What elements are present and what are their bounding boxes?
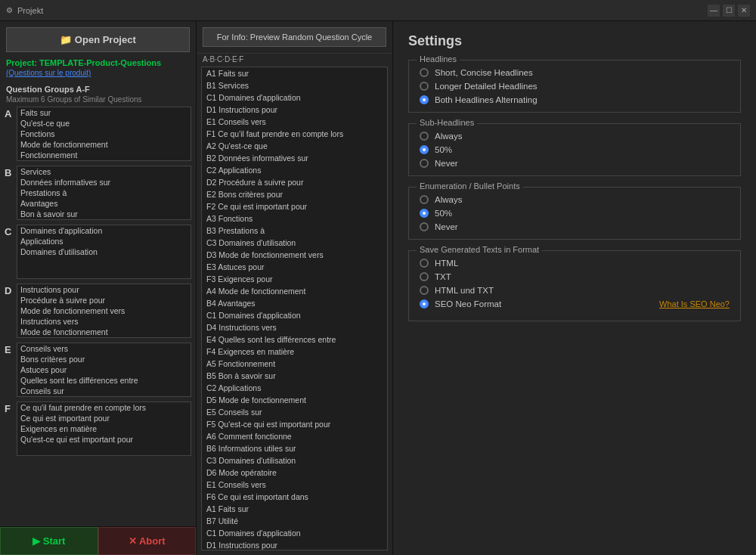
list-item[interactable]: A4 Mode de fonctionnement: [202, 285, 387, 297]
list-item[interactable]: Avantages: [17, 198, 191, 209]
list-item[interactable]: A1 Faits sur: [202, 67, 387, 79]
question-list[interactable]: A1 Faits surB1 ServicesC1 Domaines d'app…: [201, 67, 388, 550]
list-item[interactable]: F4 Exigences en matière: [202, 346, 387, 358]
group-label-e: E: [5, 343, 17, 397]
list-item[interactable]: B2 Données informatives sur: [202, 152, 387, 164]
list-item[interactable]: Fonctionnement: [17, 150, 191, 160]
radio-option-saveformat-1[interactable]: TXT: [420, 272, 730, 281]
list-item[interactable]: C1 Domaines d'application: [202, 309, 387, 321]
radio-option-saveformat-3[interactable]: SEO Neo FormatWhat Is SEO Neo?: [420, 299, 730, 309]
list-item[interactable]: A1 Faits sur: [202, 503, 387, 515]
list-item[interactable]: Fonctions: [17, 129, 191, 139]
list-item[interactable]: Prestations à: [17, 188, 191, 198]
list-item[interactable]: Domaines d'utilisation: [17, 246, 191, 257]
list-item[interactable]: Instructions vers: [17, 316, 191, 327]
radio-option-saveformat-2[interactable]: HTML und TXT: [420, 286, 730, 295]
left-panel: 📁 Open Project Project: TEMPLATE-Product…: [0, 21, 197, 555]
list-item[interactable]: Qu'est-ce qui est important pour: [17, 434, 191, 445]
group-list-f[interactable]: Ce qu'il faut prendre en compte lorsCe q…: [17, 402, 191, 456]
list-item[interactable]: Conseils sur: [17, 386, 191, 396]
radio-option-subheadlines-0[interactable]: Always: [420, 132, 730, 141]
group-label-c: C: [5, 225, 17, 279]
list-item[interactable]: D3 Mode de fonctionnement vers: [202, 249, 387, 261]
list-item[interactable]: D4 Instructions vers: [202, 321, 387, 333]
list-item[interactable]: F3 Exigences pour: [202, 273, 387, 285]
radio-option-enumeration-1[interactable]: 50%: [420, 209, 730, 218]
list-item[interactable]: A3 Fonctions: [202, 212, 387, 225]
list-item[interactable]: C1 Domaines d'application: [202, 91, 387, 104]
list-item[interactable]: A5 Fonctionnement: [202, 358, 387, 370]
list-item[interactable]: Quelles sont les différences entre: [17, 375, 191, 386]
list-item[interactable]: Bons critères pour: [17, 354, 191, 364]
preview-button[interactable]: For Info: Preview Random Question Cycle: [203, 27, 386, 47]
list-item[interactable]: Mode de fonctionnement: [17, 327, 191, 337]
close-button[interactable]: ✕: [738, 5, 750, 17]
list-item[interactable]: A6 Comment fonctionne: [202, 430, 387, 442]
open-project-button[interactable]: 📁 Open Project: [6, 27, 190, 52]
list-item[interactable]: Exigences en matière: [17, 423, 191, 434]
list-item[interactable]: E3 Astuces pour: [202, 261, 387, 273]
list-item[interactable]: E1 Conseils vers: [202, 479, 387, 491]
radio-option-subheadlines-1[interactable]: 50%: [420, 145, 730, 154]
radio-label: Longer Detailed Headlines: [435, 82, 538, 91]
list-item[interactable]: C1 Domaines d'application: [202, 527, 387, 539]
list-item[interactable]: F5 Qu'est-ce qui est important pour: [202, 418, 387, 430]
list-item[interactable]: Services: [17, 166, 191, 177]
project-subtitle[interactable]: (Questions sur le produit): [0, 69, 196, 82]
abort-button[interactable]: ✕ Abort: [98, 527, 197, 555]
list-item[interactable]: C3 Domaines d'utilisation: [202, 237, 387, 249]
list-item[interactable]: C2 Applications: [202, 382, 387, 394]
list-item[interactable]: Ce qui est important pour: [17, 413, 191, 423]
list-item[interactable]: E2 Bons critères pour: [202, 188, 387, 200]
radio-option-headlines-1[interactable]: Longer Detailed Headlines: [420, 82, 730, 91]
group-list-a[interactable]: Faits surQu'est-ce queFonctionsMode de f…: [17, 107, 191, 161]
list-item[interactable]: B7 Utilité: [202, 515, 387, 527]
list-item[interactable]: Instructions pour: [17, 284, 191, 295]
list-item[interactable]: Domaines d'application: [17, 225, 191, 236]
list-item[interactable]: E5 Conseils sur: [202, 406, 387, 418]
group-list-e[interactable]: Conseils versBons critères pourAstuces p…: [17, 343, 191, 397]
list-item[interactable]: Qu'est-ce que: [17, 118, 191, 129]
list-item[interactable]: Mode de fonctionnement: [17, 139, 191, 150]
list-item[interactable]: E4 Quelles sont les différences entre: [202, 333, 387, 346]
list-item[interactable]: D1 Instructions pour: [202, 539, 387, 550]
maximize-button[interactable]: ☐: [723, 5, 735, 17]
list-item[interactable]: D6 Mode opératoire: [202, 467, 387, 479]
list-item[interactable]: B5 Bon à savoir sur: [202, 370, 387, 382]
radio-option-headlines-0[interactable]: Short, Concise Headlines: [420, 68, 730, 77]
what-is-seo-neo-link[interactable]: What Is SEO Neo?: [659, 299, 730, 309]
list-item[interactable]: Ce qu'il faut prendre en compte lors: [17, 402, 191, 413]
minimize-button[interactable]: —: [708, 5, 720, 17]
radio-option-subheadlines-2[interactable]: Never: [420, 159, 730, 168]
list-item[interactable]: D5 Mode de fonctionnement: [202, 394, 387, 406]
list-item[interactable]: B3 Prestations à: [202, 225, 387, 237]
radio-option-headlines-2[interactable]: Both Headlines Alternating: [420, 95, 730, 104]
group-list-c[interactable]: Domaines d'applicationApplicationsDomain…: [17, 225, 191, 279]
list-item[interactable]: Conseils vers: [17, 343, 191, 354]
list-item[interactable]: Astuces pour: [17, 364, 191, 375]
list-item[interactable]: Applications: [17, 236, 191, 246]
list-item[interactable]: C2 Applications: [202, 164, 387, 176]
list-item[interactable]: B4 Avantages: [202, 297, 387, 309]
list-item[interactable]: Mode de fonctionnement vers: [17, 305, 191, 316]
list-item[interactable]: Faits sur: [17, 107, 191, 118]
list-item[interactable]: D1 Instructions pour: [202, 104, 387, 116]
list-item[interactable]: Procédure à suivre pour: [17, 295, 191, 305]
radio-option-enumeration-0[interactable]: Always: [420, 195, 730, 204]
list-item[interactable]: A2 Qu'est-ce que: [202, 140, 387, 152]
list-item[interactable]: Bon à savoir sur: [17, 209, 191, 219]
list-item[interactable]: B1 Services: [202, 79, 387, 91]
list-item[interactable]: F2 Ce qui est important pour: [202, 200, 387, 212]
group-list-d[interactable]: Instructions pourProcédure à suivre pour…: [17, 284, 191, 338]
radio-option-saveformat-0[interactable]: HTML: [420, 259, 730, 268]
list-item[interactable]: C3 Domaines d'utilisation: [202, 454, 387, 467]
list-item[interactable]: D2 Procédure à suivre pour: [202, 176, 387, 188]
list-item[interactable]: E1 Conseils vers: [202, 116, 387, 128]
radio-option-enumeration-2[interactable]: Never: [420, 222, 730, 231]
group-list-b[interactable]: ServicesDonnées informatives surPrestati…: [17, 166, 191, 220]
list-item[interactable]: F6 Ce qui est important dans: [202, 491, 387, 503]
list-item[interactable]: Données informatives sur: [17, 177, 191, 188]
list-item[interactable]: F1 Ce qu'il faut prendre en compte lors: [202, 128, 387, 140]
start-button[interactable]: ▶ Start: [0, 527, 98, 555]
list-item[interactable]: B6 Informations utiles sur: [202, 442, 387, 454]
